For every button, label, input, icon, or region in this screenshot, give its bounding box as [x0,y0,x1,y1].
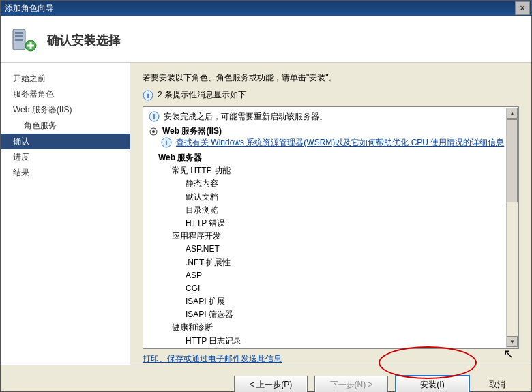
install-button[interactable]: 安装(I) [395,375,470,392]
tree-item-0-1: 默认文档 [186,191,510,204]
svg-rect-3 [15,39,23,41]
sidebar-item-6[interactable]: 结果 [1,165,130,181]
tree-item-1-0: ASP.NET [186,243,510,256]
scroll-down-button[interactable]: ▼ [507,336,518,347]
intro-text: 若要安装以下角色、角色服务或功能，请单击"安装"。 [143,72,519,84]
info-icon: i [161,137,172,148]
bullet-icon [149,127,158,136]
tree-group-2: 健康和诊断 [172,321,510,334]
info-icon: i [149,111,160,122]
tree-item-1-2: ASP [186,269,510,282]
wsrm-link[interactable]: 查找有关 Windows 系统资源管理器(WSRM)以及它如何帮助优化 CPU … [176,137,504,149]
cursor-icon: ↖ [503,346,514,361]
wsrm-link-line: i 查找有关 Windows 系统资源管理器(WSRM)以及它如何帮助优化 CP… [161,137,510,149]
close-button[interactable]: × [515,1,530,15]
sidebar-item-4[interactable]: 确认 [1,134,130,149]
svg-rect-1 [15,32,23,34]
svg-point-12 [152,130,155,133]
svg-text:i: i [153,112,155,121]
scroll-thumb[interactable] [507,119,518,202]
page-title: 确认安装选择 [47,32,121,48]
tree-item-1-3: CGI [186,282,510,295]
scroll-up-button[interactable]: ▲ [507,108,518,119]
tree-item-0-2: 目录浏览 [186,204,510,217]
restart-notice: i 安装完成之后，可能需要重新启动该服务器。 [149,111,510,123]
export-link[interactable]: 打印、保存或通过电子邮件发送此信息 [143,353,519,365]
section-header: Web 服务器(IIS) [149,125,510,137]
scrollbar[interactable]: ▲ ▼ [506,108,518,348]
tree-item-0-3: HTTP 错误 [186,217,510,230]
content-inner[interactable]: i 安装完成之后，可能需要重新启动该服务器。 Web 服务器(IIS) i [149,111,513,344]
wizard-window: 添加角色向导 × 确认安装选择 开始之前服务器角色Web 服务器(IIS)角色服… [0,0,532,392]
tree-item-1-1: .NET 扩展性 [186,256,510,269]
tree-item-1-4: ISAPI 扩展 [186,295,510,308]
sidebar-item-2[interactable]: Web 服务器(IIS) [1,102,130,118]
svg-rect-2 [15,35,23,37]
notice-summary: i 2 条提示性消息显示如下 [143,89,519,101]
previous-button[interactable]: < 上一步(P) [234,376,308,392]
cancel-button[interactable]: 取消 [477,376,518,392]
sidebar-item-3[interactable]: 角色服务 [1,118,130,134]
svg-text:i: i [165,138,167,147]
sidebar: 开始之前服务器角色Web 服务器(IIS)角色服务确认进度结果 [1,63,130,365]
tree-item-2-0: HTTP 日志记录 [186,335,510,344]
window-title: 添加角色向导 [5,3,515,14]
tree-group-0: 常见 HTTP 功能 [172,164,510,177]
info-icon: i [143,90,153,101]
svg-text:i: i [147,91,149,100]
restart-notice-text: 安装完成之后，可能需要重新启动该服务器。 [164,111,327,123]
content-box: i 安装完成之后，可能需要重新启动该服务器。 Web 服务器(IIS) i [143,106,519,349]
svg-rect-6 [27,45,34,47]
sidebar-item-5[interactable]: 进度 [1,149,130,165]
sidebar-item-0[interactable]: 开始之前 [1,71,130,87]
role-services-tree: Web 服务器常见 HTTP 功能静态内容默认文档目录浏览HTTP 错误应用程序… [158,151,510,344]
tree-group-1: 应用程序开发 [172,230,510,243]
server-role-icon [10,27,38,54]
wizard-footer: < 上一步(P) 下一步(N) > 安装(I) 取消 [1,365,531,392]
tree-root: Web 服务器 [158,151,510,164]
tree-item-1-5: ISAPI 筛选器 [186,308,510,321]
titlebar: 添加角色向导 × [1,1,531,16]
tree-item-0-0: 静态内容 [186,177,510,190]
section-title: Web 服务器(IIS) [162,125,222,137]
main-panel: 若要安装以下角色、角色服务或功能，请单击"安装"。 i 2 条提示性消息显示如下… [130,63,531,365]
wizard-body: 开始之前服务器角色Web 服务器(IIS)角色服务确认进度结果 若要安装以下角色… [1,63,531,365]
notice-summary-text: 2 条提示性消息显示如下 [158,89,246,101]
sidebar-item-1[interactable]: 服务器角色 [1,87,130,102]
next-button: 下一步(N) > [314,376,388,392]
wizard-header: 确认安装选择 [1,16,531,63]
